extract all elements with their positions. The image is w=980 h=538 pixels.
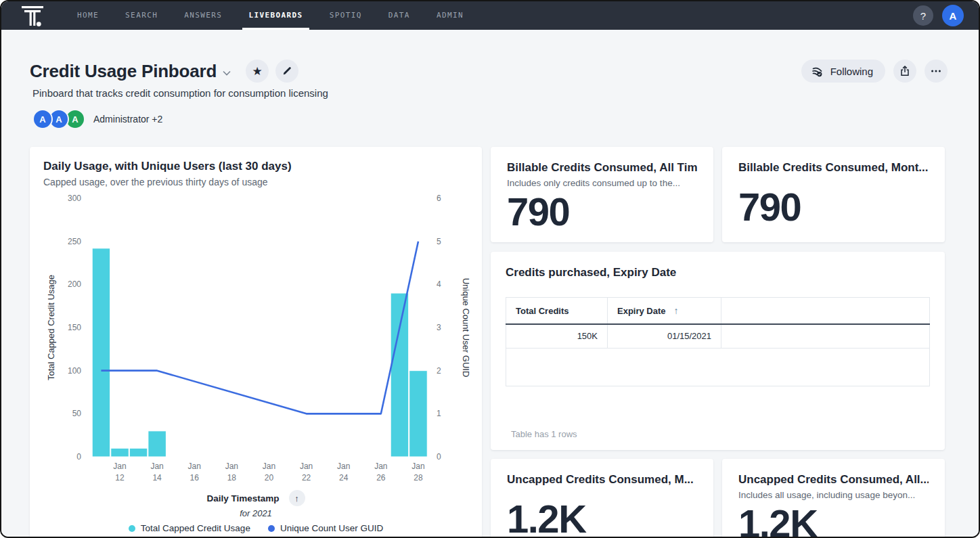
chart-legend: Total Capped Credit Usage Unique Count U… xyxy=(30,523,482,533)
x-tick-month: Jan xyxy=(113,462,126,471)
y-right-tick: 2 xyxy=(437,366,441,376)
share-icon xyxy=(899,65,911,77)
tile-credits-purchased-table[interactable]: Credits purchased, Expiry Date Total Cre… xyxy=(491,252,945,450)
line-series[interactable] xyxy=(101,242,418,414)
pinboard-description: Pinboard that tracks credit consumption … xyxy=(32,87,948,99)
share-button[interactable] xyxy=(893,60,916,83)
title-dropdown-caret-icon[interactable] xyxy=(223,66,231,79)
y-left-tick: 100 xyxy=(68,366,81,376)
table-cell[interactable] xyxy=(721,324,930,348)
bar-jan-28[interactable] xyxy=(409,371,428,457)
y-left-axis-title[interactable]: Total Capped Credit Usage xyxy=(46,275,56,380)
edit-pencil-button[interactable] xyxy=(275,60,298,83)
legend-item-line[interactable]: Unique Count User GUID xyxy=(268,523,383,533)
nav-item-search[interactable]: SEARCH xyxy=(125,1,158,30)
help-button[interactable]: ? xyxy=(913,5,933,26)
x-tick-month: Jan xyxy=(374,462,387,471)
pinboard-header: Credit Usage Pinboard ★ xyxy=(30,60,948,129)
tile-daily-usage-chart[interactable]: Daily Usage, with Unique Users (last 30 … xyxy=(30,147,482,538)
y-left-tick: 200 xyxy=(68,279,81,289)
nav-item-home[interactable]: HOME xyxy=(77,1,99,30)
y-left-tick: 150 xyxy=(68,323,81,332)
nav-item-admin[interactable]: ADMIN xyxy=(437,1,464,30)
tile-billable-credits-month[interactable]: Billable Credits Consumed, Mont... 790 xyxy=(722,147,945,242)
nav-item-spotiq[interactable]: SPOTIQ xyxy=(330,1,362,30)
x-tick-month: Jan xyxy=(337,462,350,471)
chart-subtitle: Capped usage, over the previous thirty d… xyxy=(43,177,468,187)
page-title[interactable]: Credit Usage Pinboard xyxy=(30,61,217,82)
x-tick-day: 14 xyxy=(152,473,162,483)
author-avatar[interactable]: A xyxy=(32,109,53,129)
table-cell[interactable]: 150K xyxy=(506,324,608,348)
table-row[interactable]: 150K01/15/2021 xyxy=(506,324,930,348)
nav-item-answers[interactable]: ANSWERS xyxy=(184,1,222,30)
x-tick-month: Jan xyxy=(300,462,313,471)
y-right-tick: 1 xyxy=(437,409,441,418)
x-tick-day: 26 xyxy=(376,473,386,483)
x-tick-day: 28 xyxy=(414,473,423,483)
x-tick-month: Jan xyxy=(150,462,163,471)
legend-label-line: Unique Count User GUID xyxy=(280,523,383,533)
authors-row: AAA Administrator +2 xyxy=(32,109,948,129)
x-tick-day: 12 xyxy=(115,473,125,483)
primary-nav: HOMESEARCHANSWERSLIVEBOARDSSPOTIQDATAADM… xyxy=(77,1,490,30)
author-avatars: AAA xyxy=(32,109,81,129)
x-tick-day: 16 xyxy=(190,473,200,483)
pinboard-page: Credit Usage Pinboard ★ xyxy=(1,30,979,538)
column-header-empty xyxy=(721,298,930,325)
x-axis-sort-button[interactable]: ↑ xyxy=(289,490,305,506)
following-label: Following xyxy=(830,66,873,77)
legend-dot-bars xyxy=(129,525,135,532)
kpi-value: 1.2K xyxy=(738,504,929,538)
favorite-star-button[interactable]: ★ xyxy=(246,60,269,83)
bar-jan-27[interactable] xyxy=(391,293,409,457)
y-right-tick: 3 xyxy=(437,323,441,332)
y-left-tick: 50 xyxy=(72,409,82,418)
app-window: HOMESEARCHANSWERSLIVEBOARDSSPOTIQDATAADM… xyxy=(0,0,980,538)
kpi-title: Uncapped Credits Consumed, All... xyxy=(738,473,929,487)
y-right-tick: 0 xyxy=(437,452,441,462)
column-header-expiry-date[interactable]: Expiry Date↑ xyxy=(608,298,721,325)
bar-jan-12[interactable] xyxy=(111,448,129,457)
y-left-tick: 250 xyxy=(68,237,81,246)
x-tick-month: Jan xyxy=(411,462,424,471)
thoughtspot-logo[interactable] xyxy=(20,3,45,28)
bar-jan-14[interactable] xyxy=(148,431,166,457)
table-title: Credits purchased, Expiry Date xyxy=(506,266,930,279)
x-tick-month: Jan xyxy=(188,462,201,471)
legend-dot-line xyxy=(268,525,275,532)
tile-billable-credits-all-time[interactable]: Billable Credits Consumed, All Time Incl… xyxy=(491,147,713,242)
table-filler-row xyxy=(506,348,930,386)
x-tick-day: 20 xyxy=(265,473,274,483)
kpi-title: Uncapped Credits Consumed, M... xyxy=(507,473,697,487)
nav-item-data[interactable]: DATA xyxy=(388,1,410,30)
chart-title: Daily Usage, with Unique Users (last 30 … xyxy=(43,160,468,173)
table-cell[interactable]: 01/15/2021 xyxy=(608,324,721,348)
nav-item-liveboards[interactable]: LIVEBOARDS xyxy=(248,1,303,30)
bar-jan-13[interactable] xyxy=(129,448,148,457)
top-navbar: HOMESEARCHANSWERSLIVEBOARDSSPOTIQDATAADM… xyxy=(1,1,979,30)
tile-uncapped-credits-all-time[interactable]: Uncapped Credits Consumed, All... Includ… xyxy=(722,459,945,538)
x-axis-label[interactable]: Daily Timestamp xyxy=(206,493,279,503)
bar-jan-11[interactable] xyxy=(92,248,110,457)
following-button[interactable]: Following xyxy=(801,60,885,83)
x-tick-day: 18 xyxy=(227,473,237,483)
pencil-icon xyxy=(282,66,292,76)
y-left-tick: 0 xyxy=(76,452,81,462)
tile-uncapped-credits-month[interactable]: Uncapped Credits Consumed, M... 1.2K xyxy=(491,459,713,538)
more-options-button[interactable] xyxy=(925,60,948,83)
kpi-value: 790 xyxy=(507,192,697,231)
y-right-axis-title[interactable]: Unique Count User GUID xyxy=(461,278,471,378)
x-tick-month: Jan xyxy=(263,462,275,471)
authors-label: Administrator +2 xyxy=(93,114,162,125)
x-tick-day: 24 xyxy=(339,473,349,483)
column-header-total-credits[interactable]: Total Credits xyxy=(506,298,608,325)
user-avatar[interactable]: A xyxy=(942,5,964,26)
sort-asc-icon[interactable]: ↑ xyxy=(674,305,679,316)
thoughtspot-logo-icon xyxy=(21,4,44,27)
y-left-tick: 300 xyxy=(68,194,81,203)
navbar-right: ? A xyxy=(913,5,979,26)
combo-chart[interactable]: 0501001502002503000123456Total Capped Cr… xyxy=(30,189,482,489)
legend-item-bars[interactable]: Total Capped Credit Usage xyxy=(129,523,250,533)
y-right-tick: 5 xyxy=(437,237,441,246)
